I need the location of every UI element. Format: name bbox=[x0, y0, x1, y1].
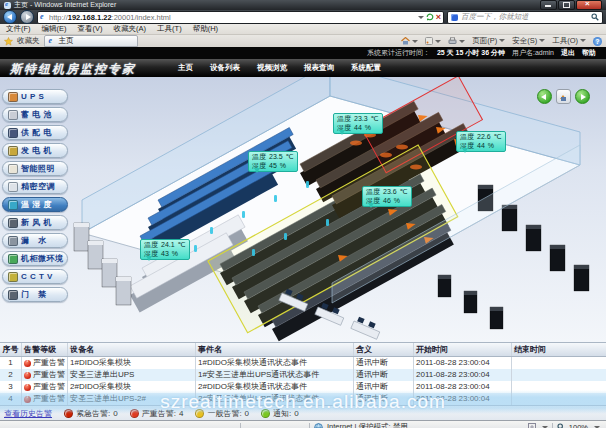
search-icon[interactable] bbox=[591, 13, 599, 21]
temperature-value: 22.6 bbox=[477, 133, 491, 142]
table-row[interactable]: 1严重告警1#DIDO采集模块1#DIDO采集模块通讯状态事件通讯中断2011-… bbox=[0, 357, 606, 369]
table-cell: 2#DIDO采集模块通讯状态事件 bbox=[196, 381, 354, 393]
humidity-value: 46 bbox=[383, 197, 391, 206]
menu-item[interactable]: 编辑(E) bbox=[42, 24, 67, 34]
address-bar[interactable]: http://192.168.1.22:20001/index.html × bbox=[37, 11, 444, 24]
window-title: 主页 - Windows Internet Explorer bbox=[14, 0, 116, 10]
alarm-count: 通知: 0 bbox=[261, 408, 299, 419]
command-items: 页面(P)安全(S)工具(O) bbox=[472, 36, 586, 46]
command-item[interactable]: 安全(S) bbox=[512, 36, 545, 46]
sidebar-item[interactable]: 发 电 机 bbox=[2, 143, 68, 158]
stop-icon[interactable]: × bbox=[436, 13, 441, 22]
menu-item[interactable]: 收藏夹(A) bbox=[114, 24, 147, 34]
menu-item[interactable]: 帮助(H) bbox=[193, 24, 218, 34]
humidity-unit: % bbox=[172, 250, 178, 259]
zoom-level-text[interactable]: 100% bbox=[569, 423, 588, 428]
table-cell: 1 bbox=[0, 357, 22, 369]
sidebar-item-label: 机柜微环境 bbox=[21, 253, 64, 264]
url-text[interactable]: http://192.168.1.22:20001/index.html bbox=[49, 13, 414, 22]
page-nav-item[interactable]: 主页 bbox=[178, 63, 193, 73]
table-cell: 2#DIDO采集模块 bbox=[68, 381, 196, 393]
previous-view-button[interactable] bbox=[537, 89, 552, 104]
humidity-label: 湿度 bbox=[337, 124, 351, 133]
sidebar-item-label: 温 湿 度 bbox=[21, 199, 52, 210]
close-button[interactable] bbox=[576, 0, 602, 10]
column-header: 序号 bbox=[0, 343, 22, 356]
sidebar-item[interactable]: 智能照明 bbox=[2, 161, 68, 176]
back-button[interactable] bbox=[3, 10, 17, 24]
menu-item[interactable]: 查看(V) bbox=[78, 24, 103, 34]
alarm-table-body: 1严重告警1#DIDO采集模块1#DIDO采集模块通讯状态事件通讯中断2011-… bbox=[0, 357, 606, 405]
logout-link[interactable]: 退出 bbox=[561, 48, 575, 58]
page-nav-item[interactable]: 报表查询 bbox=[304, 63, 334, 73]
sidebar-item[interactable]: 机柜微环境 bbox=[2, 251, 68, 266]
search-input[interactable]: 百度一下，你就知道 bbox=[461, 12, 588, 22]
print-icon[interactable] bbox=[448, 37, 465, 45]
table-cell bbox=[512, 357, 606, 369]
navigation-bar: http://192.168.1.22:20001/index.html × 百… bbox=[0, 10, 606, 24]
temperature-value: 23.5 bbox=[269, 153, 283, 162]
command-item[interactable]: 工具(O) bbox=[552, 36, 586, 46]
sidebar-item-label: 蓄 电 池 bbox=[21, 109, 52, 120]
browser-window: 主页 - Windows Internet Explorer http://19… bbox=[0, 0, 606, 428]
alarm-count: 一般告警: 0 bbox=[195, 408, 249, 419]
sidebar-item[interactable]: 新 风 机 bbox=[2, 215, 68, 230]
menu-item[interactable]: 工具(T) bbox=[157, 24, 182, 34]
page-nav-item[interactable]: 系统配置 bbox=[351, 63, 381, 73]
minimize-button[interactable] bbox=[540, 0, 557, 10]
sidebar-item[interactable]: 温 湿 度 bbox=[2, 197, 68, 212]
temperature-unit: ℃ bbox=[178, 241, 186, 250]
session-info-bar: 系统累计运行时间： 25 天 15 小时 36 分钟 用户名:admin 退出 … bbox=[0, 47, 606, 59]
temperature-value: 23.3 bbox=[354, 115, 368, 124]
table-cell: 严重告警 bbox=[22, 381, 68, 393]
page-nav-bar: 斯特纽机房监控专家 主页设备列表视频浏览报表查询系统配置 bbox=[0, 59, 606, 77]
table-row[interactable]: 4严重告警安圣三进单出UPS-2#2#安圣三进单出UPS通讯状态事件通讯中断20… bbox=[0, 393, 606, 405]
home-icon[interactable] bbox=[401, 37, 418, 45]
table-row[interactable]: 3严重告警2#DIDO采集模块2#DIDO采集模块通讯状态事件通讯中断2011-… bbox=[0, 381, 606, 393]
feeds-icon[interactable] bbox=[425, 37, 441, 45]
sidebar-item[interactable]: 蓄 电 池 bbox=[2, 107, 68, 122]
page-nav-item[interactable]: 视频浏览 bbox=[257, 63, 287, 73]
table-cell: 严重告警 bbox=[22, 357, 68, 369]
home-view-button[interactable] bbox=[556, 89, 571, 104]
command-item[interactable]: 页面(P) bbox=[472, 36, 505, 46]
temperature-label: 温度 bbox=[144, 241, 158, 250]
sidebar-item[interactable]: U P S bbox=[2, 89, 68, 104]
compatibility-view-icon[interactable] bbox=[528, 423, 536, 428]
sidebar-item[interactable]: 精密空调 bbox=[2, 179, 68, 194]
runtime-value: 25 天 15 小时 36 分钟 bbox=[437, 48, 505, 58]
sidebar-item[interactable]: 漏 水 bbox=[2, 233, 68, 248]
temperature-row: 温度23.3℃ bbox=[337, 115, 379, 124]
next-view-button[interactable] bbox=[575, 89, 590, 104]
search-box[interactable]: 百度一下，你就知道 bbox=[447, 11, 603, 24]
address-dropdown-icon[interactable] bbox=[418, 16, 424, 22]
sidebar-item[interactable]: 供 配 电 bbox=[2, 125, 68, 140]
alarm-level-icon bbox=[24, 372, 31, 379]
history-alarms-link[interactable]: 查看历史告警 bbox=[4, 408, 52, 419]
sidebar-item[interactable]: C C T V bbox=[2, 269, 68, 284]
tab-home[interactable]: 主页 bbox=[44, 35, 138, 47]
alarm-count: 严重告警: 4 bbox=[130, 408, 184, 419]
table-cell: 2011-08-28 23:00:04 bbox=[414, 369, 512, 381]
table-row[interactable]: 2严重告警安圣三进单出UPS1#安圣三进单出UPS通讯状态事件通讯中断2011-… bbox=[0, 369, 606, 381]
favorites-button[interactable]: 收藏夹 bbox=[17, 36, 40, 46]
fresh-air-icon bbox=[8, 218, 18, 228]
column-header: 开始时间 bbox=[414, 343, 512, 356]
column-header: 告警等级 bbox=[22, 343, 68, 356]
table-cell: 1#安圣三进单出UPS通讯状态事件 bbox=[196, 369, 354, 381]
favorites-star-icon[interactable] bbox=[4, 37, 13, 46]
menu-item[interactable]: 文件(F) bbox=[6, 24, 31, 34]
zoom-icon[interactable] bbox=[557, 423, 565, 428]
url-host: 192.168.1.22 bbox=[68, 13, 112, 22]
help-icon[interactable]: ? bbox=[593, 37, 602, 46]
maximize-button[interactable] bbox=[558, 0, 575, 10]
refresh-icon[interactable] bbox=[426, 13, 434, 21]
alarm-count-label: 一般告警: bbox=[207, 408, 241, 419]
alarm-level-icon bbox=[24, 384, 31, 391]
forward-button[interactable] bbox=[20, 10, 34, 24]
command-bar: 页面(P)安全(S)工具(O) ? bbox=[401, 36, 602, 46]
page-nav-item[interactable]: 设备列表 bbox=[210, 63, 240, 73]
table-cell: 1#DIDO采集模块 bbox=[68, 357, 196, 369]
sidebar-item[interactable]: 门 禁 bbox=[2, 287, 68, 302]
help-link[interactable]: 帮助 bbox=[582, 48, 596, 58]
